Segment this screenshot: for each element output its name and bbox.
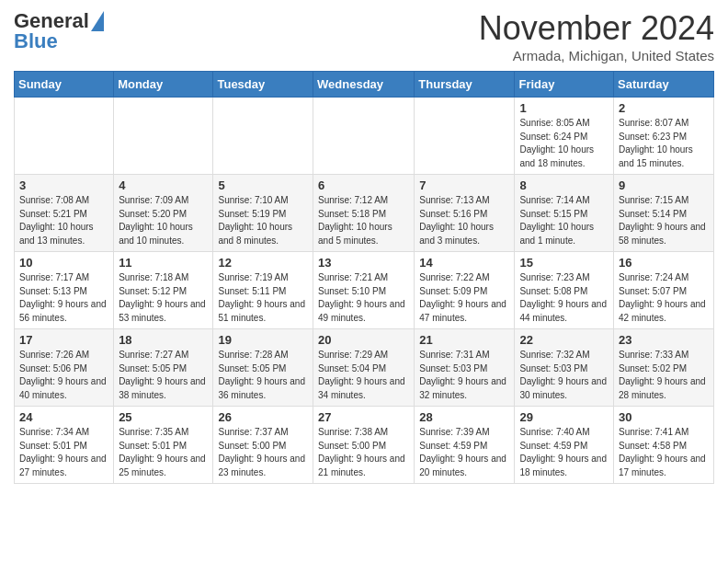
day-info: Sunrise: 8:05 AM Sunset: 6:24 PM Dayligh… bbox=[519, 117, 609, 170]
column-header-sunday: Sunday bbox=[15, 72, 114, 98]
day-info: Sunrise: 7:39 AM Sunset: 4:59 PM Dayligh… bbox=[419, 426, 509, 479]
day-number: 24 bbox=[19, 410, 108, 424]
day-number: 5 bbox=[218, 178, 308, 192]
day-info: Sunrise: 7:29 AM Sunset: 5:04 PM Dayligh… bbox=[318, 349, 409, 402]
day-info: Sunrise: 7:28 AM Sunset: 5:05 PM Dayligh… bbox=[218, 349, 308, 402]
day-info: Sunrise: 7:37 AM Sunset: 5:00 PM Dayligh… bbox=[218, 426, 308, 479]
day-number: 1 bbox=[519, 101, 609, 115]
calendar-cell: 26Sunrise: 7:37 AM Sunset: 5:00 PM Dayli… bbox=[213, 407, 313, 484]
day-number: 25 bbox=[119, 410, 208, 424]
calendar-cell: 21Sunrise: 7:31 AM Sunset: 5:03 PM Dayli… bbox=[415, 329, 515, 407]
day-number: 12 bbox=[218, 256, 308, 270]
calendar-cell: 20Sunrise: 7:29 AM Sunset: 5:04 PM Dayli… bbox=[313, 329, 415, 407]
calendar-cell: 28Sunrise: 7:39 AM Sunset: 4:59 PM Dayli… bbox=[415, 407, 515, 484]
calendar-cell bbox=[415, 98, 515, 175]
calendar-cell: 7Sunrise: 7:13 AM Sunset: 5:16 PM Daylig… bbox=[415, 175, 515, 252]
day-number: 7 bbox=[419, 178, 509, 192]
day-info: Sunrise: 7:19 AM Sunset: 5:11 PM Dayligh… bbox=[218, 271, 308, 325]
calendar-table: SundayMondayTuesdayWednesdayThursdayFrid… bbox=[14, 71, 714, 484]
day-number: 20 bbox=[318, 333, 409, 347]
day-info: Sunrise: 7:33 AM Sunset: 5:02 PM Dayligh… bbox=[619, 349, 709, 402]
calendar-cell: 6Sunrise: 7:12 AM Sunset: 5:18 PM Daylig… bbox=[313, 175, 415, 252]
calendar-cell: 11Sunrise: 7:18 AM Sunset: 5:12 PM Dayli… bbox=[114, 252, 213, 329]
day-info: Sunrise: 7:14 AM Sunset: 5:15 PM Dayligh… bbox=[519, 194, 609, 247]
day-info: Sunrise: 7:34 AM Sunset: 5:01 PM Dayligh… bbox=[19, 426, 108, 479]
calendar-cell: 14Sunrise: 7:22 AM Sunset: 5:09 PM Dayli… bbox=[415, 252, 515, 329]
day-number: 2 bbox=[619, 101, 709, 115]
day-number: 30 bbox=[619, 410, 709, 424]
calendar-week-row: 1Sunrise: 8:05 AM Sunset: 6:24 PM Daylig… bbox=[15, 98, 714, 175]
day-info: Sunrise: 8:07 AM Sunset: 6:23 PM Dayligh… bbox=[619, 117, 709, 170]
day-info: Sunrise: 7:35 AM Sunset: 5:01 PM Dayligh… bbox=[119, 426, 208, 479]
day-info: Sunrise: 7:41 AM Sunset: 4:58 PM Dayligh… bbox=[619, 426, 709, 479]
day-number: 9 bbox=[619, 178, 709, 192]
day-number: 19 bbox=[218, 333, 308, 347]
day-number: 28 bbox=[419, 410, 509, 424]
column-header-thursday: Thursday bbox=[415, 72, 515, 98]
day-number: 27 bbox=[318, 410, 409, 424]
day-info: Sunrise: 7:12 AM Sunset: 5:18 PM Dayligh… bbox=[318, 194, 409, 247]
column-header-friday: Friday bbox=[515, 72, 614, 98]
calendar-cell: 22Sunrise: 7:32 AM Sunset: 5:03 PM Dayli… bbox=[515, 329, 614, 407]
calendar-cell: 3Sunrise: 7:08 AM Sunset: 5:21 PM Daylig… bbox=[15, 175, 114, 252]
day-number: 29 bbox=[519, 410, 609, 424]
calendar-cell: 17Sunrise: 7:26 AM Sunset: 5:06 PM Dayli… bbox=[15, 329, 114, 407]
day-number: 26 bbox=[218, 410, 308, 424]
calendar-cell bbox=[313, 98, 415, 175]
day-info: Sunrise: 7:23 AM Sunset: 5:08 PM Dayligh… bbox=[519, 271, 609, 325]
calendar-header-row: SundayMondayTuesdayWednesdayThursdayFrid… bbox=[15, 72, 714, 98]
day-info: Sunrise: 7:08 AM Sunset: 5:21 PM Dayligh… bbox=[19, 194, 108, 247]
day-info: Sunrise: 7:09 AM Sunset: 5:20 PM Dayligh… bbox=[119, 194, 208, 247]
day-info: Sunrise: 7:32 AM Sunset: 5:03 PM Dayligh… bbox=[519, 349, 609, 402]
day-number: 4 bbox=[119, 178, 208, 192]
month-title: November 2024 bbox=[479, 9, 714, 48]
calendar-cell bbox=[114, 98, 213, 175]
calendar-cell: 30Sunrise: 7:41 AM Sunset: 4:58 PM Dayli… bbox=[614, 407, 714, 484]
day-info: Sunrise: 7:40 AM Sunset: 4:59 PM Dayligh… bbox=[519, 426, 609, 479]
calendar-cell: 29Sunrise: 7:40 AM Sunset: 4:59 PM Dayli… bbox=[515, 407, 614, 484]
day-info: Sunrise: 7:38 AM Sunset: 5:00 PM Dayligh… bbox=[318, 426, 409, 479]
logo: General Blue bbox=[14, 9, 104, 53]
location: Armada, Michigan, United States bbox=[479, 48, 714, 63]
column-header-tuesday: Tuesday bbox=[213, 72, 313, 98]
day-number: 6 bbox=[318, 178, 409, 192]
column-header-saturday: Saturday bbox=[614, 72, 714, 98]
calendar-cell: 16Sunrise: 7:24 AM Sunset: 5:07 PM Dayli… bbox=[614, 252, 714, 329]
calendar-week-row: 17Sunrise: 7:26 AM Sunset: 5:06 PM Dayli… bbox=[15, 329, 714, 407]
title-area: November 2024 Armada, Michigan, United S… bbox=[479, 9, 714, 63]
calendar-week-row: 10Sunrise: 7:17 AM Sunset: 5:13 PM Dayli… bbox=[15, 252, 714, 329]
calendar-cell: 25Sunrise: 7:35 AM Sunset: 5:01 PM Dayli… bbox=[114, 407, 213, 484]
logo-triangle-icon bbox=[91, 11, 104, 31]
day-number: 17 bbox=[19, 333, 108, 347]
day-info: Sunrise: 7:13 AM Sunset: 5:16 PM Dayligh… bbox=[419, 194, 509, 247]
calendar-cell: 5Sunrise: 7:10 AM Sunset: 5:19 PM Daylig… bbox=[213, 175, 313, 252]
day-info: Sunrise: 7:22 AM Sunset: 5:09 PM Dayligh… bbox=[419, 271, 509, 325]
calendar-cell: 27Sunrise: 7:38 AM Sunset: 5:00 PM Dayli… bbox=[313, 407, 415, 484]
calendar-cell: 12Sunrise: 7:19 AM Sunset: 5:11 PM Dayli… bbox=[213, 252, 313, 329]
day-info: Sunrise: 7:21 AM Sunset: 5:10 PM Dayligh… bbox=[318, 271, 409, 325]
day-info: Sunrise: 7:17 AM Sunset: 5:13 PM Dayligh… bbox=[19, 271, 108, 325]
day-number: 11 bbox=[119, 256, 208, 270]
day-number: 23 bbox=[619, 333, 709, 347]
calendar-cell: 10Sunrise: 7:17 AM Sunset: 5:13 PM Dayli… bbox=[15, 252, 114, 329]
day-info: Sunrise: 7:18 AM Sunset: 5:12 PM Dayligh… bbox=[119, 271, 208, 325]
calendar-cell: 18Sunrise: 7:27 AM Sunset: 5:05 PM Dayli… bbox=[114, 329, 213, 407]
day-number: 15 bbox=[519, 256, 609, 270]
day-info: Sunrise: 7:31 AM Sunset: 5:03 PM Dayligh… bbox=[419, 349, 509, 402]
calendar-cell: 2Sunrise: 8:07 AM Sunset: 6:23 PM Daylig… bbox=[614, 98, 714, 175]
day-number: 14 bbox=[419, 256, 509, 270]
day-number: 8 bbox=[519, 178, 609, 192]
column-header-monday: Monday bbox=[114, 72, 213, 98]
day-number: 21 bbox=[419, 333, 509, 347]
calendar-week-row: 3Sunrise: 7:08 AM Sunset: 5:21 PM Daylig… bbox=[15, 175, 714, 252]
calendar-cell bbox=[213, 98, 313, 175]
day-info: Sunrise: 7:27 AM Sunset: 5:05 PM Dayligh… bbox=[119, 349, 208, 402]
calendar-cell: 1Sunrise: 8:05 AM Sunset: 6:24 PM Daylig… bbox=[515, 98, 614, 175]
day-info: Sunrise: 7:15 AM Sunset: 5:14 PM Dayligh… bbox=[619, 194, 709, 247]
calendar-cell: 13Sunrise: 7:21 AM Sunset: 5:10 PM Dayli… bbox=[313, 252, 415, 329]
day-number: 22 bbox=[519, 333, 609, 347]
day-number: 10 bbox=[19, 256, 108, 270]
calendar-cell: 24Sunrise: 7:34 AM Sunset: 5:01 PM Dayli… bbox=[15, 407, 114, 484]
calendar-cell: 9Sunrise: 7:15 AM Sunset: 5:14 PM Daylig… bbox=[614, 175, 714, 252]
day-info: Sunrise: 7:26 AM Sunset: 5:06 PM Dayligh… bbox=[19, 349, 108, 402]
